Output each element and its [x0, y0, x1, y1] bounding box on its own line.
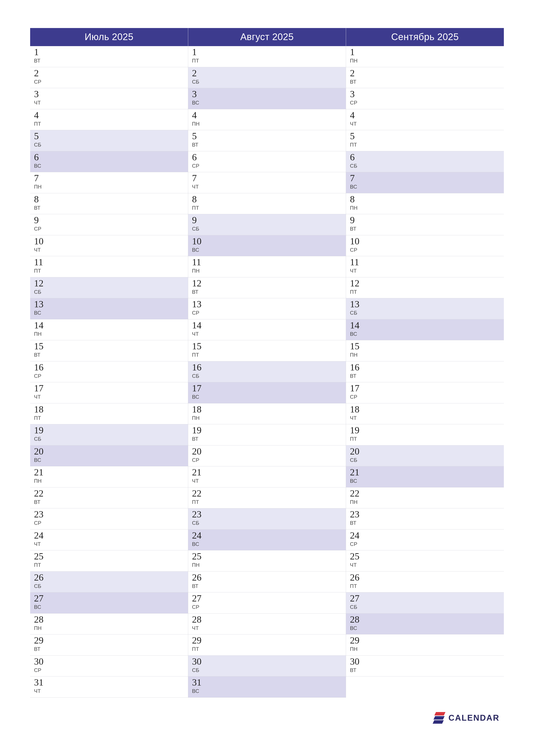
day-weekday: СР: [34, 79, 188, 85]
day-weekday: СБ: [192, 226, 346, 232]
day-cell: 25ПН: [188, 551, 346, 572]
day-cell: 30СБ: [188, 656, 346, 677]
day-cell: 10ЧТ: [30, 235, 188, 256]
day-number: 20: [350, 447, 504, 456]
day-weekday: ПТ: [192, 58, 346, 64]
day-cell: 15ПТ: [188, 340, 346, 362]
day-cell: 14ЧТ: [188, 319, 346, 340]
day-weekday: СБ: [192, 373, 346, 379]
day-number: 1: [34, 47, 188, 57]
day-cell: 20СБ: [346, 446, 504, 467]
day-number: 18: [192, 405, 346, 414]
day-weekday: СР: [192, 163, 346, 169]
day-weekday: ПТ: [34, 562, 188, 568]
day-cell: 27ВС: [30, 592, 188, 613]
day-number: 6: [350, 152, 504, 162]
day-number: 6: [34, 152, 188, 162]
day-number: 14: [350, 321, 504, 330]
month-column: Август 20251ПТ2СБ3ВС4ПН5ВТ6СР7ЧТ8ПТ9СБ10…: [188, 28, 346, 698]
day-weekday: ВТ: [34, 646, 188, 652]
day-cell: 4ПН: [188, 109, 346, 130]
day-cell: 18ПТ: [30, 403, 188, 424]
day-weekday: ВТ: [192, 436, 346, 442]
day-number: 21: [34, 468, 188, 477]
day-weekday: СБ: [350, 457, 504, 463]
day-weekday: СР: [34, 373, 188, 379]
day-number: 4: [350, 111, 504, 120]
day-number: 26: [350, 573, 504, 582]
day-cell: 9СБ: [188, 214, 346, 235]
day-number: 8: [34, 195, 188, 204]
day-cell: 8ВТ: [30, 193, 188, 214]
day-cell: 30СР: [30, 656, 188, 677]
month-column: Сентябрь 20251ПН2ВТ3СР4ЧТ5ПТ6СБ7ВС8ПН9ВТ…: [346, 28, 504, 698]
logo-icon: [433, 712, 446, 724]
day-cell: 12ПТ: [346, 277, 504, 298]
day-cell: 29ПТ: [188, 634, 346, 656]
day-number: 19: [192, 426, 346, 435]
day-weekday: ВТ: [34, 58, 188, 64]
day-weekday: ВТ: [350, 520, 504, 526]
month-header: Август 2025: [188, 28, 346, 46]
day-number: 29: [192, 636, 346, 645]
month-header: Сентябрь 2025: [346, 28, 504, 46]
day-cell: 24ВС: [188, 529, 346, 551]
day-weekday: ПН: [350, 58, 504, 64]
day-number: 12: [350, 279, 504, 288]
day-number: 22: [34, 489, 188, 498]
day-cell: 9СР: [30, 214, 188, 235]
day-weekday: ПТ: [350, 436, 504, 442]
day-cell: 15ПН: [346, 340, 504, 362]
day-weekday: ПН: [350, 499, 504, 505]
day-weekday: ВС: [192, 541, 346, 547]
day-cell: 27СР: [188, 592, 346, 613]
day-cell: 11ЧТ: [346, 256, 504, 277]
day-weekday: СБ: [192, 520, 346, 526]
day-number: 2: [34, 68, 188, 78]
day-cell: 10ВС: [188, 235, 346, 256]
day-number: 19: [34, 426, 188, 435]
day-number: 18: [34, 405, 188, 414]
day-cell: 25ЧТ: [346, 551, 504, 572]
day-number: 17: [34, 384, 188, 393]
day-weekday: ЧТ: [350, 268, 504, 274]
day-weekday: ПТ: [350, 142, 504, 148]
day-weekday: ПН: [34, 331, 188, 337]
day-number: 8: [192, 195, 346, 204]
day-number: 23: [350, 510, 504, 519]
day-number: 24: [34, 531, 188, 540]
day-weekday: ПТ: [350, 583, 504, 589]
day-number: 2: [192, 68, 346, 78]
day-cell: 1ПТ: [188, 46, 346, 67]
day-number: 16: [34, 363, 188, 372]
day-number: 30: [192, 657, 346, 666]
day-number: 27: [350, 594, 504, 603]
day-number: 6: [192, 152, 346, 162]
day-weekday: ПН: [192, 562, 346, 568]
day-cell: 21ВС: [346, 466, 504, 487]
day-cell: 9ВТ: [346, 214, 504, 235]
day-cell: 16СР: [30, 362, 188, 383]
day-cell: 29ПН: [346, 634, 504, 656]
day-weekday: ВТ: [34, 205, 188, 211]
day-cell: 4ЧТ: [346, 109, 504, 130]
day-weekday: СБ: [350, 163, 504, 169]
day-number: 7: [34, 174, 188, 183]
day-number: 25: [34, 552, 188, 561]
day-weekday: ПН: [34, 184, 188, 190]
day-cell: 29ВТ: [30, 634, 188, 656]
day-number: 27: [34, 594, 188, 603]
day-cell: 11ПН: [188, 256, 346, 277]
day-weekday: СБ: [34, 142, 188, 148]
day-weekday: СР: [350, 541, 504, 547]
day-cell: 25ПТ: [30, 551, 188, 572]
day-weekday: ВТ: [192, 583, 346, 589]
day-cell: 15ВТ: [30, 340, 188, 362]
day-number: 13: [350, 300, 504, 309]
day-weekday: СР: [350, 394, 504, 400]
day-number: 26: [34, 573, 188, 582]
day-weekday: СБ: [192, 79, 346, 85]
day-weekday: ВТ: [350, 79, 504, 85]
calendar-grid: Июль 20251ВТ2СР3ЧТ4ПТ5СБ6ВС7ПН8ВТ9СР10ЧТ…: [30, 28, 504, 698]
day-cell: 5ПТ: [346, 130, 504, 151]
